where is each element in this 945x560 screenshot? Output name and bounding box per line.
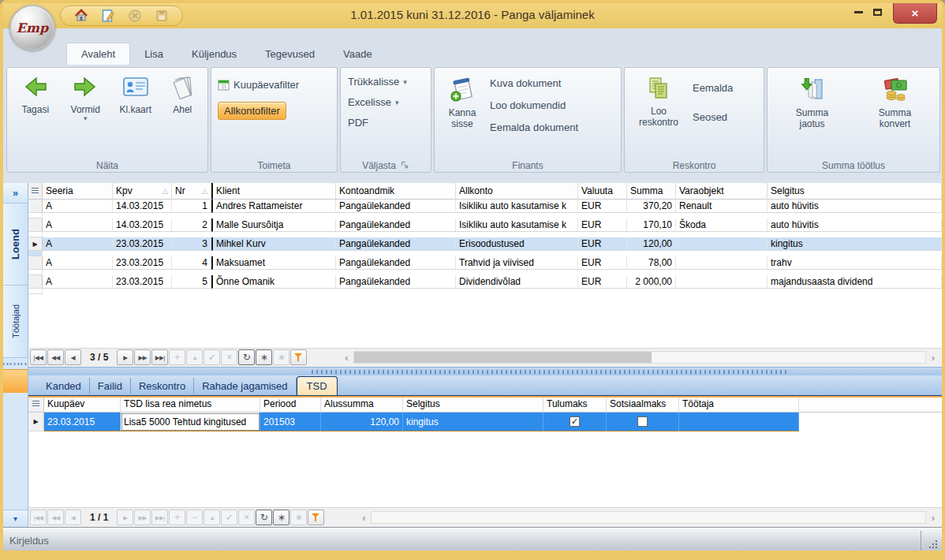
resize-grip[interactable] [936, 547, 937, 548]
detail-tab-tsd[interactable]: TSD [297, 376, 338, 395]
scroll-left-icon[interactable]: ‹ [339, 352, 353, 364]
column-header-allkonto[interactable]: Allkonto [456, 183, 578, 200]
column-header-varaobjekt[interactable]: Varaobjekt [676, 183, 768, 200]
grid-menu-button[interactable] [28, 183, 43, 200]
loo-reskontro-button[interactable]: Loo reskontro [631, 69, 686, 159]
trukkalisse-button[interactable]: Trükkalisse▾ [348, 76, 431, 88]
horizontal-scrollbar[interactable]: ‹› [339, 350, 940, 364]
cell[interactable]: A [43, 256, 113, 270]
scroll-right-icon[interactable]: › [926, 512, 940, 524]
cell[interactable]: Õnne Omanik [211, 275, 336, 289]
column-header-seeria[interactable]: Seeria [43, 183, 113, 200]
cell[interactable] [676, 275, 768, 289]
ribbon-tab-küljendus[interactable]: Küljendus [177, 43, 251, 65]
cell[interactable]: EUR [578, 275, 627, 289]
scroll-right-icon[interactable]: › [926, 352, 940, 364]
cell[interactable]: Maksuamet [211, 256, 336, 270]
column-header-sotsiaalmaks[interactable]: Sotsiaalmaks [607, 396, 679, 413]
detail-tab-reskontro[interactable]: Reskontro [131, 378, 194, 394]
sidebar-tab-loend[interactable]: Loend [3, 203, 28, 286]
cell[interactable]: 78,00 [627, 256, 676, 270]
nav-prior-page-button[interactable]: ◀◀ [47, 349, 64, 365]
klkaart-button[interactable]: Kl.kaart [113, 68, 159, 159]
nav-next-page-button[interactable]: ▶▶ [134, 349, 151, 365]
column-header-selgitus[interactable]: Selgitus [403, 396, 543, 413]
scroll-left-icon[interactable]: ‹ [357, 512, 371, 524]
column-header-valuuta[interactable]: Valuuta [578, 183, 627, 200]
cell-tulumaks[interactable]: ✓ [543, 413, 607, 431]
close-record-icon[interactable] [127, 8, 143, 24]
tulumaks-checkbox[interactable]: ✓ [570, 416, 580, 427]
cell[interactable]: Isikliku auto kasutamise k [456, 200, 578, 213]
table-row[interactable]: A23.03.20155Õnne OmanikPangaülekandedDiv… [28, 275, 942, 294]
cell-nimetus[interactable]: Lisa5 5000 Tehtud kingitused [121, 413, 260, 431]
maximize-button[interactable] [868, 3, 887, 21]
nav-next-button[interactable]: ▶ [117, 349, 133, 365]
cell[interactable]: Trahvid ja viivised [456, 256, 578, 270]
eemalda-dokument-button[interactable]: Eemalda dokument [490, 121, 578, 133]
cell[interactable]: Dividendivõlad [456, 275, 578, 289]
panel-highlight-section[interactable] [3, 369, 28, 393]
ribbon-tab-tegevused[interactable]: Tegevused [251, 43, 329, 65]
cell[interactable] [676, 237, 768, 251]
ribbon-tab-lisa[interactable]: Lisa [130, 43, 177, 65]
summa-konvert-button[interactable]: Summa konvert [869, 69, 921, 159]
cell[interactable]: 170,10 [627, 218, 676, 232]
ribbon-tab-vaade[interactable]: Vaade [329, 43, 387, 65]
cell[interactable]: 3 [172, 237, 211, 251]
nav-filter-button[interactable] [308, 510, 324, 525]
column-header-kpv[interactable]: Kpv△ [113, 183, 172, 200]
cell-alussumma[interactable]: 120,00 [321, 413, 403, 431]
cell[interactable] [28, 213, 43, 218]
panel-splitter[interactable] [28, 367, 942, 375]
table-row[interactable]: ▶A23.03.20153Mihkel KurvPangaülekandedEr… [28, 237, 942, 256]
scrollbar-track[interactable] [353, 351, 926, 364]
cell[interactable]: Pangaülekanded [336, 256, 456, 270]
table-row[interactable]: A14.03.20152Malle SuursõitjaPangaülekand… [28, 218, 942, 237]
column-header-klient[interactable]: Klient [211, 183, 336, 200]
cell-tootaja[interactable] [679, 413, 799, 431]
vormid-button[interactable]: Vormid ▾ [62, 68, 108, 159]
dialog-launcher-icon[interactable] [401, 161, 409, 170]
cell[interactable]: 2 [172, 218, 211, 232]
table-row[interactable]: A23.03.20154MaksuametPangaülekandedTrahv… [28, 256, 942, 275]
nav-expand-all-button[interactable]: ∗ [273, 510, 289, 525]
cell[interactable]: auto hüvitis [768, 218, 942, 232]
allkontofilter-toggle[interactable]: Allkontofilter [218, 102, 286, 120]
cell-periood[interactable]: 201503 [260, 413, 321, 431]
app-menu-button[interactable]: Emp [9, 5, 55, 50]
cell[interactable] [676, 256, 768, 270]
nav-refresh-button[interactable]: ↻ [238, 349, 255, 365]
save-icon[interactable] [154, 8, 170, 24]
column-header-tsd-lisa-rea-nimetus[interactable]: TSD lisa rea nimetus [121, 396, 260, 413]
column-header-kontoandmik[interactable]: Kontoandmik [336, 183, 456, 200]
nav-first-button[interactable]: |◀◀ [30, 349, 47, 365]
cell[interactable]: 2 000,00 [627, 275, 676, 289]
cell-sotsiaalmaks[interactable] [607, 413, 679, 431]
cell[interactable]: EUR [578, 200, 627, 213]
cell[interactable]: majandusaasta dividend [768, 275, 942, 289]
table-row[interactable]: A14.03.20151Andres RattameisterPangaülek… [28, 200, 942, 218]
cell[interactable] [28, 251, 43, 256]
column-header-summa[interactable]: Summa [627, 183, 676, 200]
cell[interactable]: 120,00 [627, 237, 676, 251]
cell[interactable]: 14.03.2015 [113, 200, 172, 213]
nav-prior-button[interactable]: ◀ [65, 349, 81, 365]
cell[interactable] [28, 270, 43, 275]
detail-tab-rahade-jagamised[interactable]: Rahade jagamised [194, 378, 296, 394]
cell[interactable]: 23.03.2015 [113, 237, 172, 251]
cell[interactable]: 23.03.2015 [113, 256, 172, 270]
cell[interactable]: Škoda [676, 218, 768, 232]
column-header-töötaja[interactable]: Töötaja [679, 396, 799, 413]
grid-menu-button[interactable] [28, 396, 44, 413]
summa-jaotus-button[interactable]: Summa jaotus [786, 69, 839, 159]
cell[interactable]: 4 [172, 256, 211, 270]
eemalda-button[interactable]: Eemalda [693, 82, 733, 94]
panel-drag-grip[interactable] [3, 358, 28, 369]
cell[interactable]: EUR [578, 237, 627, 251]
cell[interactable]: A [43, 275, 113, 289]
cell[interactable]: Andres Rattameister [211, 200, 336, 213]
nav-filter-button[interactable] [290, 349, 307, 365]
cell[interactable]: EUR [578, 256, 627, 270]
cell[interactable]: Erisoodustused [456, 237, 578, 251]
